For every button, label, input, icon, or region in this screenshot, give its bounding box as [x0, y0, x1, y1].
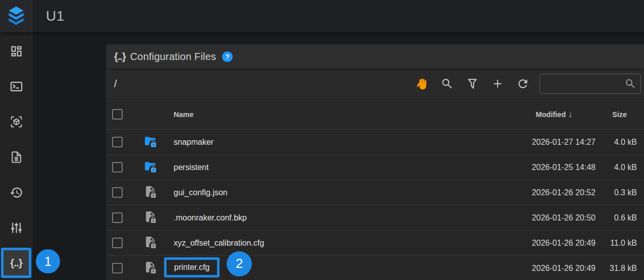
sidebar-item-gcode-files[interactable] [1, 142, 31, 172]
file-modified: 2026-01-25 14:48 [510, 163, 596, 172]
braces-icon: {..} [114, 51, 126, 63]
file-row[interactable]: persistent 2026-01-25 14:48 4.0 kB [106, 155, 644, 180]
annotation-badge-2: 2 [227, 251, 252, 276]
app-logo-button[interactable] [0, 0, 32, 32]
file-size: 11.0 kB [596, 239, 644, 248]
topbar: U1 [0, 0, 644, 32]
file-row[interactable]: snapmaker 2026-01-27 14:27 4.0 kB [106, 130, 644, 155]
history-icon [10, 186, 23, 199]
sidebar-item-preview[interactable] [1, 106, 31, 137]
annotation-badge-1: 1 [36, 249, 60, 273]
help-icon[interactable]: ? [222, 51, 233, 62]
file-row[interactable]: xyz_offset_calibration.cfg 2026-01-26 20… [106, 231, 644, 256]
file-size: 31.8 kB [596, 264, 644, 273]
file-name: printer.cfg [174, 263, 209, 272]
file-name: gui_config.json [174, 188, 228, 197]
gcode-files-icon [10, 150, 23, 164]
panel-title: Configuration Files [130, 51, 217, 63]
hand-icon [415, 77, 429, 91]
file-modified: 2026-01-26 20:49 [510, 264, 596, 273]
current-path[interactable]: / [114, 78, 117, 90]
row-checkbox[interactable] [112, 263, 123, 273]
refresh-button[interactable] [514, 75, 531, 92]
file-modified: 2026-01-26 20:50 [510, 213, 596, 222]
file-size: 4.0 kB [596, 138, 644, 147]
file-lock-icon [144, 185, 156, 200]
row-checkbox[interactable] [112, 212, 123, 223]
add-icon [491, 77, 504, 90]
console-icon [10, 80, 23, 93]
file-search-field[interactable] [540, 74, 641, 94]
view-dashboard-icon [10, 44, 23, 58]
file-row[interactable]: .moonraker.conf.bkp 2026-01-26 20:50 0.6… [106, 205, 644, 231]
file-row[interactable]: gui_config.json 2026-01-26 20:52 0.3 kB [106, 180, 644, 205]
sidebar-item-tune[interactable] [1, 212, 31, 243]
row-checkbox[interactable] [112, 137, 123, 147]
row-checkbox[interactable] [112, 162, 123, 173]
file-size: 0.3 kB [596, 188, 644, 197]
col-size[interactable]: Size [596, 110, 644, 119]
printer-name: U1 [46, 8, 65, 24]
col-modified[interactable]: Modified ↓ [510, 110, 596, 119]
tune-icon [10, 221, 23, 235]
file-modified: 2026-01-26 20:52 [510, 188, 596, 197]
file-search-input[interactable] [546, 80, 624, 88]
filter-icon [466, 77, 479, 90]
file-lock-icon [144, 261, 156, 275]
sidebar: {..} [0, 32, 32, 280]
sort-desc-icon: ↓ [568, 110, 572, 119]
file-size: 4.0 kB [596, 163, 644, 172]
sidebar-item-dashboard[interactable] [1, 36, 31, 66]
toolbar-actions [405, 74, 641, 94]
folder-lock-icon [144, 135, 156, 149]
main-content: {..} Configuration Files ? / [32, 32, 644, 280]
file-name: persistent [174, 163, 208, 172]
row-checkbox[interactable] [112, 238, 123, 248]
folder-lock-icon [144, 160, 156, 175]
file-row[interactable]: printer.cfg 2 2026-01-26 20:49 31.8 kB [106, 256, 644, 280]
file-toolbar: / [106, 69, 644, 99]
sidebar-item-history[interactable] [1, 177, 31, 207]
file-name: snapmaker [174, 138, 213, 147]
file-size: 0.6 kB [596, 213, 644, 222]
file-table-body: snapmaker 2026-01-27 14:27 4.0 kB [106, 130, 644, 280]
table-header: Name Modified ↓ Size [106, 99, 644, 130]
filter-button[interactable] [464, 75, 481, 92]
panel-header: {..} Configuration Files ? [106, 44, 644, 69]
file-lock-icon [144, 210, 156, 225]
search-field-magnify-icon [624, 78, 636, 90]
file-modified: 2026-01-27 14:27 [510, 138, 596, 147]
row-checkbox[interactable] [112, 187, 123, 198]
hand-button[interactable] [413, 75, 431, 92]
search-button[interactable] [439, 75, 456, 92]
add-file-button[interactable] [489, 75, 506, 92]
sidebar-item-machine-config[interactable]: {..} [1, 248, 31, 278]
col-name[interactable]: Name [163, 110, 510, 119]
file-name: .moonraker.conf.bkp [174, 213, 247, 222]
braces-config-icon: {..} [10, 257, 22, 269]
config-files-panel: {..} Configuration Files ? / [106, 44, 644, 280]
mainsail-app: U1 [0, 0, 644, 280]
cube-scan-icon [10, 115, 23, 129]
file-lock-icon [144, 236, 156, 250]
sidebar-item-console[interactable] [1, 71, 31, 101]
search-icon [441, 77, 454, 90]
file-name: xyz_offset_calibration.cfg [174, 239, 264, 248]
mainsail-logo-icon [5, 5, 27, 27]
select-all-checkbox[interactable] [112, 109, 123, 120]
file-modified: 2026-01-26 20:49 [510, 239, 596, 248]
refresh-icon [516, 77, 529, 90]
